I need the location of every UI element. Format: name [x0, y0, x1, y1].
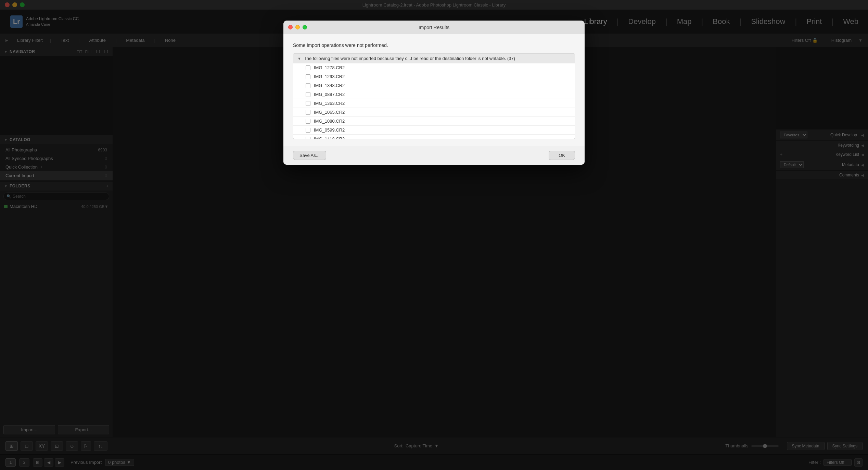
file-checkbox-0[interactable]	[306, 65, 310, 70]
dialog-message: Some import operations were not performe…	[293, 42, 575, 48]
dialog-group-text: The following files were not imported be…	[304, 56, 515, 61]
import-results-dialog: Import Results Some import operations we…	[283, 21, 585, 165]
file-row-7: IMG_0599.CR2	[293, 126, 575, 135]
file-name-4: IMG_1363.CR2	[314, 101, 571, 106]
dialog-maximize-button[interactable]	[303, 25, 307, 29]
file-checkbox-7[interactable]	[306, 128, 310, 133]
dialog-file-list[interactable]: ▼ The following files were not imported …	[293, 53, 575, 139]
dialog-minimize-button[interactable]	[295, 25, 300, 29]
dialog-close-button[interactable]	[288, 25, 293, 29]
dialog-footer: Save As... OK	[283, 146, 585, 165]
file-name-6: IMG_1080.CR2	[314, 119, 571, 124]
file-row-6: IMG_1080.CR2	[293, 117, 575, 126]
dialog-overlay: Import Results Some import operations we…	[0, 0, 868, 470]
group-expand-icon: ▼	[297, 57, 301, 61]
dialog-body: Some import operations were not performe…	[283, 34, 585, 146]
file-row-1: IMG_1293.CR2	[293, 72, 575, 81]
file-row-0: IMG_1278.CR2	[293, 63, 575, 72]
file-name-7: IMG_0599.CR2	[314, 127, 571, 133]
file-checkbox-1[interactable]	[306, 74, 310, 79]
file-row-4: IMG_1363.CR2	[293, 99, 575, 108]
file-name-0: IMG_1278.CR2	[314, 65, 571, 70]
file-checkbox-6[interactable]	[306, 119, 310, 124]
file-name-3: IMG_0897.CR2	[314, 92, 571, 97]
file-name-8: IMG_1418.CR2	[314, 136, 571, 139]
file-checkbox-3[interactable]	[306, 92, 310, 97]
ok-button[interactable]: OK	[549, 151, 575, 160]
file-checkbox-2[interactable]	[306, 83, 310, 88]
file-row-3: IMG_0897.CR2	[293, 90, 575, 99]
file-name-2: IMG_1348.CR2	[314, 83, 571, 88]
save-as-button[interactable]: Save As...	[293, 151, 326, 160]
dialog-title: Import Results	[419, 25, 449, 30]
file-checkbox-4[interactable]	[306, 101, 310, 106]
file-checkbox-5[interactable]	[306, 110, 310, 115]
file-name-5: IMG_1065.CR2	[314, 110, 571, 115]
file-checkbox-8[interactable]	[306, 137, 310, 139]
dialog-titlebar: Import Results	[283, 21, 585, 34]
file-row-5: IMG_1065.CR2	[293, 108, 575, 117]
file-row-8: IMG_1418.CR2	[293, 135, 575, 139]
file-row-2: IMG_1348.CR2	[293, 81, 575, 90]
dialog-group-header[interactable]: ▼ The following files were not imported …	[293, 54, 575, 63]
dialog-window-controls	[288, 25, 307, 29]
file-name-1: IMG_1293.CR2	[314, 74, 571, 79]
